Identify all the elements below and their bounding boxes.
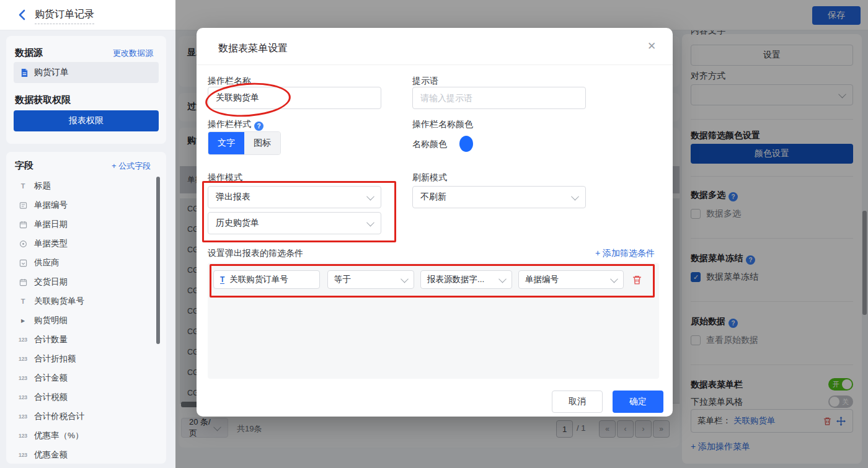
text-icon: T bbox=[17, 298, 29, 305]
permission-label: 数据获取权限 bbox=[15, 94, 71, 106]
report-permission-button[interactable]: 报表权限 bbox=[14, 110, 159, 131]
field-list-item[interactable]: 交货日期 bbox=[17, 276, 68, 288]
name-color-text: 名称颜色 bbox=[412, 139, 447, 150]
change-datasource-link[interactable]: 更改数据源 bbox=[113, 48, 153, 59]
field-list-item[interactable]: 123 合计金额 bbox=[17, 372, 68, 384]
mode-label: 操作模式 bbox=[208, 172, 242, 183]
ok-button[interactable]: 确定 bbox=[613, 391, 663, 413]
field-list-item[interactable]: 123 合计税额 bbox=[17, 391, 68, 404]
number-icon: 123 bbox=[17, 375, 29, 381]
document-icon bbox=[17, 201, 29, 210]
page-title: 购货订单记录 bbox=[35, 8, 94, 24]
datasource-label: 数据源 bbox=[15, 47, 43, 59]
modal-header-divider bbox=[197, 64, 673, 65]
style-label: 操作栏样式? bbox=[208, 119, 264, 131]
field-list-item[interactable]: 123 合计数量 bbox=[17, 333, 68, 346]
filter-value-select[interactable]: 单据编号 bbox=[518, 270, 624, 289]
document-blue-icon bbox=[20, 68, 29, 77]
chevron-down-icon bbox=[571, 192, 579, 200]
help-icon[interactable]: ? bbox=[254, 121, 264, 131]
title-icon: T bbox=[17, 182, 29, 190]
add-filter-link[interactable]: + 添加筛选条件 bbox=[595, 248, 655, 259]
cancel-button[interactable]: 取消 bbox=[552, 391, 603, 413]
refresh-select[interactable]: 不刷新 bbox=[412, 186, 586, 208]
number-icon: 123 bbox=[17, 413, 29, 420]
chevron-down-icon bbox=[401, 275, 409, 283]
field-list-item[interactable]: T 标题 bbox=[17, 180, 51, 192]
tip-input[interactable] bbox=[412, 87, 586, 109]
filter-operator-select[interactable]: 等于 bbox=[327, 270, 414, 289]
add-formula-field-link[interactable]: + 公式字段 bbox=[112, 161, 151, 172]
filter-source-select[interactable]: 报表源数据字... bbox=[420, 270, 512, 289]
refresh-label: 刷新模式 bbox=[412, 172, 447, 183]
action-name-input[interactable] bbox=[208, 87, 381, 109]
number-icon: 123 bbox=[17, 356, 29, 362]
fields-label: 字段 bbox=[15, 160, 33, 172]
caret-right-icon: ▶ bbox=[17, 318, 29, 324]
number-icon: 123 bbox=[17, 433, 29, 439]
chevron-down-icon bbox=[498, 275, 507, 283]
datasource-item[interactable]: 购货订单 bbox=[14, 62, 159, 83]
filter-field-box[interactable]: T 关联购货订单号 bbox=[213, 270, 320, 289]
number-icon: 123 bbox=[17, 452, 29, 458]
field-list-item[interactable]: 单据编号 bbox=[17, 199, 68, 211]
mode-report-select[interactable]: 历史购货单 bbox=[208, 212, 381, 234]
calendar-icon bbox=[17, 278, 29, 286]
action-name-label: 操作栏名称 bbox=[208, 76, 251, 87]
fields-scrollbar[interactable] bbox=[156, 177, 160, 344]
chevron-down-icon bbox=[366, 218, 374, 226]
radio-icon bbox=[17, 240, 29, 248]
app-window: 显示字段 过滤条件 购货订单 单据编 CGDD2CGDD2CGDD2CGDD2C… bbox=[0, 0, 868, 468]
select-icon bbox=[17, 259, 29, 267]
field-list-item[interactable]: 123 合计折扣额 bbox=[17, 353, 76, 365]
number-icon: 123 bbox=[17, 337, 29, 343]
filter-section-label: 设置弹出报表的筛选条件 bbox=[208, 248, 303, 259]
name-color-label: 操作栏名称颜色 bbox=[412, 119, 473, 130]
close-icon[interactable]: ✕ bbox=[647, 40, 656, 53]
back-icon[interactable] bbox=[16, 9, 29, 21]
tip-label: 提示语 bbox=[412, 76, 438, 87]
field-list-item[interactable]: T 关联购货单号 bbox=[17, 295, 84, 307]
chevron-down-icon bbox=[610, 275, 618, 283]
field-list-item[interactable]: 供应商 bbox=[17, 257, 60, 269]
field-list-item[interactable]: ▶ 购货明细 bbox=[17, 314, 68, 327]
field-list-item[interactable]: 单据日期 bbox=[17, 218, 68, 231]
field-list-item[interactable]: 123 优惠金额 bbox=[17, 449, 68, 461]
color-swatch[interactable] bbox=[459, 136, 473, 152]
trash-icon[interactable] bbox=[631, 274, 642, 285]
number-icon: 123 bbox=[17, 394, 29, 400]
chevron-down-icon bbox=[366, 192, 374, 200]
mode-select[interactable]: 弹出报表 bbox=[208, 186, 381, 208]
field-list-item[interactable]: 单据类型 bbox=[17, 237, 68, 250]
text-type-icon: T bbox=[220, 276, 224, 284]
style-icon-option[interactable]: 图标 bbox=[244, 132, 280, 154]
style-text-option[interactable]: 文字 bbox=[208, 132, 244, 154]
field-list-item[interactable]: 123 合计价税合计 bbox=[17, 410, 84, 423]
style-segmented-control: 文字 图标 bbox=[208, 131, 281, 155]
modal-title: 数据表菜单设置 bbox=[218, 42, 288, 55]
calendar-icon bbox=[17, 221, 29, 229]
field-list-item[interactable]: 123 优惠率（%） bbox=[17, 430, 84, 442]
